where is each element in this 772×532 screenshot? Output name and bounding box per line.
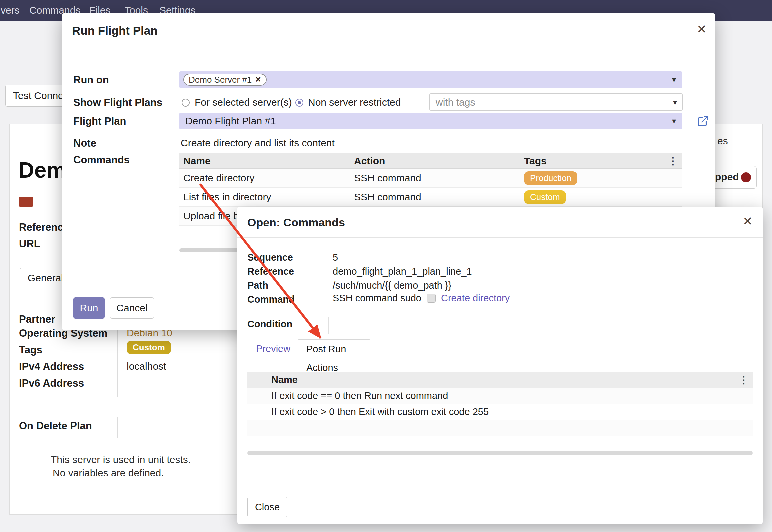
cell-name: List files in directory [179,191,350,203]
table-row[interactable]: If exit code == 0 then Run next command [247,388,753,404]
radio-non-server-restricted[interactable] [295,99,303,107]
note-label: Note [73,137,96,149]
commands-label: Commands [73,154,130,166]
flight-plan-select[interactable]: Demo Flight Plan #1 ▾ [179,113,682,129]
tag-badge: Custom [524,190,566,204]
run-on-field[interactable]: Demo Server #1 ✕ ▾ [179,71,682,88]
command-value-row: SSH command sudo Create directory [333,293,510,304]
with-tags-placeholder: with tags [436,97,475,108]
with-tags-select[interactable]: with tags ▾ [429,93,683,111]
radio-selected-servers-label[interactable]: For selected server(s) [195,97,292,108]
col-name[interactable]: Name [179,155,350,167]
cell-action: SSH command [350,172,520,184]
divider [237,237,763,238]
status-dot-icon [741,172,751,182]
chip-remove-icon[interactable]: ✕ [255,75,261,84]
field-separator [321,251,321,266]
tab-post-run-actions[interactable]: Post Run Actions [297,339,371,359]
flight-plan-value: Demo Flight Plan #1 [185,115,276,127]
flight-plan-label: Flight Plan [73,115,126,127]
label-column-separator [171,170,171,265]
partner-label: Partner [19,313,55,325]
condition-label: Condition [247,319,292,330]
open-commands-modal: Open: Commands ✕ Sequence 5 Reference de… [237,207,763,524]
caret-down-icon[interactable]: ▾ [673,98,677,107]
reference-label: Reference [247,266,294,277]
modal-title: Run Flight Plan [72,24,158,37]
reference-label: Reference [19,221,69,233]
notebook-tabs: Preview Post Run Actions [247,339,371,359]
table-row[interactable]: If exit code > 0 then Exit with custom e… [247,404,753,420]
close-icon[interactable]: ✕ [697,23,707,35]
field-separator [328,317,329,334]
col-action[interactable]: Action [350,155,520,167]
caret-down-icon[interactable]: ▾ [672,75,676,84]
checkbox[interactable] [427,294,436,303]
table-row[interactable]: Create directory SSH command Production [179,169,682,188]
sequence-label: Sequence [247,252,293,263]
run-on-label: Run on [73,74,109,86]
run-button[interactable]: Run [73,297,105,319]
status-label-fragment: pped [715,171,739,183]
ipv4-label: IPv4 Address [19,361,84,373]
right-panel-fragment: es [717,135,728,147]
path-label: Path [247,280,268,291]
command-value: SSH command sudo [333,293,421,304]
close-icon[interactable]: ✕ [743,215,753,227]
sequence-value: 5 [333,252,338,263]
horizontal-scrollbar[interactable] [247,451,753,455]
cancel-button[interactable]: Cancel [110,297,154,319]
radio-non-server-restricted-label[interactable]: Non server restricted [308,97,401,108]
note-value: Create directory and list its content [181,137,335,149]
path-value: /such/much/{{ demo_path }} [333,280,451,291]
test-connection-label: Test Conne [13,90,64,101]
col-name[interactable]: Name [266,374,739,385]
tags-badge: Custom [127,341,171,354]
tab-preview[interactable]: Preview [247,339,299,359]
field-separator [117,417,118,438]
ipv6-label: IPv6 Address [19,377,84,389]
table-options-icon[interactable]: ⋮ [668,155,682,167]
cell-name: If exit code > 0 then Exit with custom e… [247,406,489,417]
table-options-icon[interactable]: ⋮ [739,374,753,386]
on-delete-plan-label: On Delete Plan [19,420,92,432]
nav-item-servers[interactable]: vers [1,5,20,16]
color-swatch[interactable] [19,197,33,207]
tags-label: Tags [19,344,42,356]
server-chip-label: Demo Server #1 [189,75,252,85]
tag-badge: Production [524,171,577,185]
cell-action: SSH command [350,191,520,203]
col-tags[interactable]: Tags [520,155,668,167]
create-directory-link[interactable]: Create directory [441,293,510,304]
modal-title: Open: Commands [247,216,345,229]
ipv4-value: localhost [127,361,166,372]
unit-test-note-line1: This server is used in unit tests. [51,454,191,465]
post-run-actions-table: Name ⋮ If exit code == 0 then Run next c… [247,372,753,436]
show-flight-plans-label: Show Flight Plans [73,97,162,109]
reference-value: demo_flight_plan_1_plan_line_1 [333,266,472,277]
table-row[interactable]: List files in directory SSH command Cust… [179,188,682,207]
url-label: URL [19,238,40,250]
table-row-empty[interactable] [247,420,753,436]
caret-down-icon[interactable]: ▾ [672,116,676,126]
external-link-icon[interactable] [697,115,709,127]
server-chip[interactable]: Demo Server #1 ✕ [183,74,267,86]
command-label: Command [247,294,295,305]
close-button[interactable]: Close [247,497,287,517]
footer-divider [237,489,763,489]
actions-table-header: Name ⋮ [247,372,753,388]
tab-general-label: General [28,272,63,283]
divider [62,45,715,45]
commands-table-header: Name Action Tags ⋮ [179,153,682,169]
cell-name: Create directory [179,172,350,184]
cell-name: If exit code == 0 then Run next command [247,390,448,401]
radio-selected-servers[interactable] [182,99,190,107]
unit-test-note-line2: No variables are defined. [53,467,164,479]
